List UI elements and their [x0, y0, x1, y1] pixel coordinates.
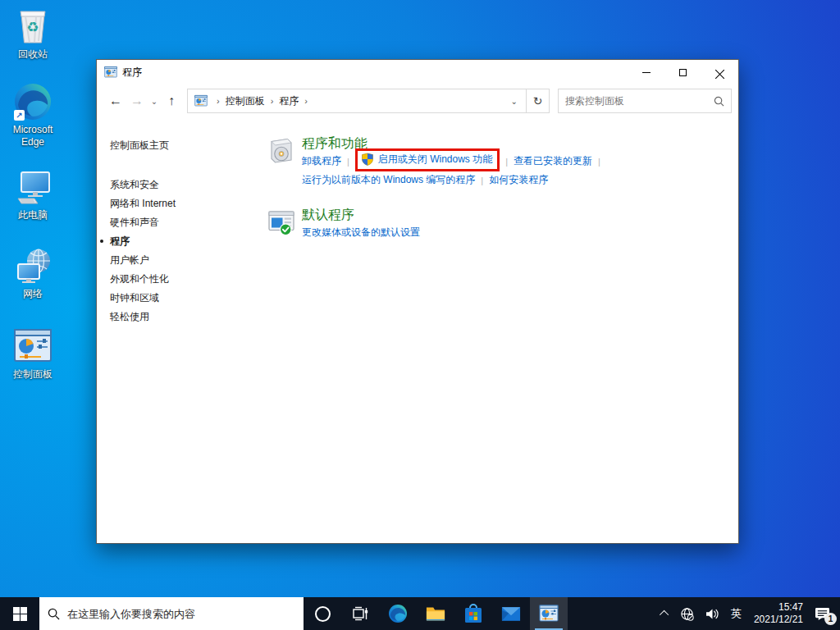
links-row: 更改媒体或设备的默认设置	[302, 226, 420, 240]
breadcrumb[interactable]: › 控制面板 › 程序 › ⌄	[187, 89, 527, 113]
link-divider: |	[598, 157, 600, 167]
desktop-icon-microsoft-edge[interactable]: ↗ Microsoft Edge	[2, 82, 64, 148]
desktop-icon-this-pc[interactable]: 此电脑	[2, 167, 64, 221]
breadcrumb-item-programs[interactable]: 程序	[279, 94, 299, 108]
breadcrumb-location-icon	[194, 94, 208, 107]
links-row-1: 卸载程序 | 启用或关闭 Windows 功能 | 查看已安装的更新 |	[302, 154, 606, 168]
control-panel-window: 程序 ← → ⌄ ↑ › 控制面板 › 程序 › ⌄ ↻	[96, 59, 739, 544]
search-icon	[48, 608, 60, 620]
refresh-button[interactable]: ↻	[527, 89, 550, 113]
network-icon	[13, 246, 52, 285]
sidebar-item-clock-region[interactable]: 时钟和区域	[110, 293, 267, 303]
store-button[interactable]	[454, 597, 492, 630]
language-indicator[interactable]: 英	[725, 597, 747, 630]
globe-no-internet-icon	[680, 607, 694, 621]
programs-features-icon	[267, 135, 296, 165]
sidebar-item-user-accounts[interactable]: 用户帐户	[110, 255, 267, 265]
task-view-icon	[352, 606, 368, 621]
start-button[interactable]	[0, 597, 39, 630]
taskbar-search	[39, 597, 304, 630]
svg-text:♻: ♻	[26, 20, 39, 35]
desktop-icon-control-panel[interactable]: 控制面板	[2, 326, 64, 381]
window-body: 控制面板主页 系统和安全 网络和 Internet 硬件和声音 程序 用户帐户 …	[97, 117, 738, 543]
sidebar-item-network-internet[interactable]: 网络和 Internet	[110, 199, 267, 208]
taskbar: 英 15:47 2021/12/21 1	[0, 597, 840, 630]
windows-logo-icon	[13, 607, 27, 621]
task-view-button[interactable]	[341, 597, 379, 630]
taskbar-search-input[interactable]	[67, 608, 295, 620]
sidebar-item-programs[interactable]: 程序	[110, 236, 267, 246]
minimize-button[interactable]	[628, 60, 664, 84]
desktop: ♻ 回收站 ↗ Microsoft Edge	[0, 0, 840, 630]
close-button[interactable]	[701, 60, 738, 84]
desktop-icon-label: 控制面板	[2, 368, 64, 381]
volume-button[interactable]	[700, 597, 725, 630]
link-change-default-media-settings[interactable]: 更改媒体或设备的默认设置	[302, 226, 420, 240]
sidebar-item-ease-of-access[interactable]: 轻松使用	[110, 312, 267, 322]
navigation-bar: ← → ⌄ ↑ › 控制面板 › 程序 › ⌄ ↻	[97, 84, 738, 117]
clock-time: 15:47	[754, 601, 803, 614]
cortana-icon	[315, 606, 331, 622]
sidebar-item-system-security[interactable]: 系统和安全	[110, 180, 267, 189]
back-icon[interactable]: ←	[105, 94, 126, 108]
action-center-button[interactable]: 1	[810, 597, 840, 630]
default-programs-icon	[267, 207, 296, 236]
speaker-icon	[705, 608, 719, 620]
window-title: 程序	[122, 66, 628, 80]
address-dropdown-icon[interactable]: ⌄	[506, 97, 523, 106]
desktop-icon-label: 网络	[2, 288, 64, 300]
link-how-to-install[interactable]: 如何安装程序	[489, 173, 548, 187]
sidebar-item-appearance[interactable]: 外观和个性化	[110, 274, 267, 284]
sidebar: 控制面板主页 系统和安全 网络和 Internet 硬件和声音 程序 用户帐户 …	[97, 117, 267, 543]
file-explorer-button[interactable]	[417, 597, 454, 630]
up-icon[interactable]: ↑	[161, 94, 182, 108]
history-dropdown-icon[interactable]: ⌄	[148, 97, 161, 106]
crumb-separator-icon: ›	[217, 96, 220, 106]
breadcrumb-item-control-panel[interactable]: 控制面板	[226, 94, 265, 108]
edge-taskbar-button[interactable]	[379, 597, 417, 630]
mail-button[interactable]	[492, 597, 530, 630]
clock[interactable]: 15:47 2021/12/21	[747, 601, 810, 626]
link-uninstall-program[interactable]: 卸载程序	[302, 154, 341, 168]
maximize-button[interactable]	[664, 60, 701, 84]
uac-shield-icon	[361, 153, 374, 166]
show-hidden-icons-button[interactable]	[656, 597, 674, 630]
notification-badge: 1	[824, 613, 837, 625]
control-panel-taskbar-button[interactable]	[530, 597, 568, 630]
window-icon	[104, 66, 117, 79]
sidebar-item-home[interactable]: 控制面板主页	[110, 139, 267, 153]
main-content: 程序和功能 卸载程序 | 启用或关闭 Windows 功能 | 查看已安装的更新…	[267, 117, 738, 543]
cortana-button[interactable]	[304, 597, 341, 630]
link-divider: |	[347, 157, 349, 167]
desktop-icon-network[interactable]: 网络	[2, 246, 64, 300]
desktop-icon-label: 此电脑	[2, 209, 64, 221]
file-explorer-icon	[426, 605, 445, 623]
desktop-icon-label: 回收站	[2, 48, 64, 61]
highlight-box: 启用或关闭 Windows 功能	[355, 148, 500, 171]
crumb-separator-icon: ›	[271, 96, 274, 106]
refresh-icon: ↻	[533, 94, 543, 107]
shortcut-arrow-icon: ↗	[14, 110, 25, 121]
active-bullet	[100, 240, 103, 243]
desktop-icon-recycle-bin[interactable]: ♻ 回收站	[2, 7, 64, 61]
title-bar[interactable]: 程序	[97, 60, 738, 84]
desktop-icon-label: Microsoft Edge	[2, 124, 64, 148]
search-input[interactable]	[565, 95, 714, 107]
link-view-installed-updates[interactable]: 查看已安装的更新	[514, 154, 592, 168]
link-divider: |	[505, 157, 508, 167]
link-turn-windows-features[interactable]: 启用或关闭 Windows 功能	[378, 153, 492, 167]
clock-date: 2021/12/21	[754, 614, 803, 626]
search-icon	[714, 96, 724, 107]
section-title[interactable]: 默认程序	[302, 207, 420, 222]
links-row-2: 运行为以前版本的 Windows 编写的程序 | 如何安装程序	[302, 173, 606, 187]
edge-icon: ↗	[13, 82, 52, 121]
section-default-programs: 默认程序 更改媒体或设备的默认设置	[267, 207, 738, 240]
chevron-up-icon	[660, 610, 669, 619]
forward-icon[interactable]: →	[126, 94, 148, 108]
sidebar-item-hardware-sound[interactable]: 硬件和声音	[110, 217, 267, 227]
link-run-older-programs[interactable]: 运行为以前版本的 Windows 编写的程序	[302, 173, 475, 187]
network-status-button[interactable]	[674, 597, 700, 630]
recycle-bin-icon: ♻	[13, 7, 52, 46]
crumb-separator-icon: ›	[304, 96, 308, 106]
control-panel-search	[558, 89, 732, 113]
